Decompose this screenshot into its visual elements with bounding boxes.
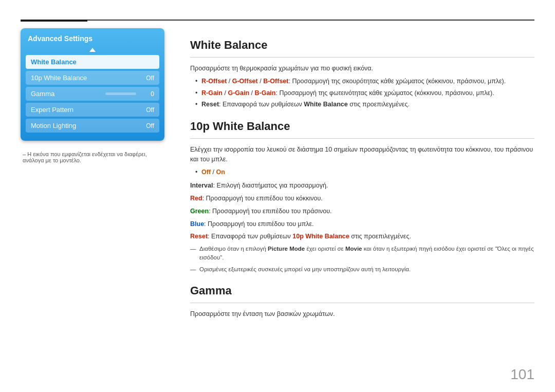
10p-wb-ref: 10p White Balance xyxy=(292,233,349,240)
bullet-item: Reset: Επαναφορά των ρυθμίσεων White Bal… xyxy=(195,100,534,109)
bullet-text-end: στις προεπιλεγμένες. xyxy=(348,101,410,108)
red-label: Red xyxy=(190,195,202,202)
b-gain-label: B-Gain xyxy=(255,89,276,97)
separator: / xyxy=(211,169,216,176)
advanced-settings-title: Advanced Settings xyxy=(26,34,159,43)
gamma-bar xyxy=(105,92,136,95)
reset-detail: Reset: Επαναφορά των ρυθμίσεων 10p White… xyxy=(190,232,534,241)
menu-item-value: Off xyxy=(146,122,154,129)
top-border xyxy=(21,20,534,21)
off-on-bullet: Off / On xyxy=(195,167,534,177)
bullet-text: : Προσαρμογή της φωτεινότητας κάθε χρώμα… xyxy=(275,89,494,97)
on-label: On xyxy=(216,169,225,176)
section-divider xyxy=(190,303,534,303)
menu-item-value: 0 xyxy=(151,90,154,98)
left-panel: Advanced Settings White Balance 10p Whit… xyxy=(21,28,164,163)
advanced-settings-box: Advanced Settings White Balance 10p Whit… xyxy=(21,28,164,141)
white-balance-bullets: R-Offset / G-Offset / B-Offset: Προσαρμο… xyxy=(195,77,534,109)
menu-item-10p-white-balance[interactable]: 10p White Balance Off xyxy=(26,71,159,85)
interval-label: Interval xyxy=(190,182,213,189)
bullet-text: : Επαναφορά των ρυθμίσεων xyxy=(219,101,304,108)
10p-white-balance-section: 10p White Balance Ελέγχει την ισορροπία … xyxy=(190,120,534,274)
movie-ref: Movie xyxy=(345,246,362,252)
gamma-section: Gamma Προσαρμόστε την ένταση των βασικών… xyxy=(190,284,534,319)
bullet-item: R-Offset / G-Offset / B-Offset: Προσαρμο… xyxy=(195,77,534,86)
menu-item-value: Off xyxy=(146,106,154,114)
white-balance-ref: White Balance xyxy=(304,101,347,108)
bullet-item: R-Gain / G-Gain / B-Gain: Προσαρμογή της… xyxy=(195,88,534,98)
section-divider xyxy=(190,138,534,139)
r-offset-label: R-Offset xyxy=(201,78,227,85)
g-gain-label: G-Gain xyxy=(228,89,249,97)
g-offset-label: G-Offset xyxy=(232,78,258,85)
10p-white-balance-title: 10p White Balance xyxy=(190,120,534,133)
green-label: Green xyxy=(190,208,209,215)
gamma-title: Gamma xyxy=(190,284,534,297)
blue-label: Blue xyxy=(190,220,204,228)
menu-item-label: Gamma xyxy=(31,90,91,98)
menu-item-expert-pattern[interactable]: Expert Pattern Off xyxy=(26,103,159,117)
green-detail: Green: Προσαρμογή του επιπέδου του πράσι… xyxy=(190,207,534,216)
white-balance-intro: Προσαρμόστε τη θερμοκρασία χρωμάτων για … xyxy=(190,64,534,73)
bullet-item: Off / On xyxy=(195,167,534,177)
interval-detail: Interval: Επιλογή διαστήματος για προσαρ… xyxy=(190,181,534,191)
off-label: Off xyxy=(201,169,211,176)
picture-mode-ref: Picture Mode xyxy=(268,246,305,252)
menu-item-gamma[interactable]: Gamma 0 xyxy=(26,87,159,101)
reset-label: Reset xyxy=(201,101,219,108)
note-1: Διαθέσιμο όταν η επιλογή Picture Mode έχ… xyxy=(190,245,534,263)
menu-item-value: Off xyxy=(146,74,154,82)
menu-item-label: White Balance xyxy=(31,58,154,66)
note-2: Ορισμένες εξωτερικές συσκευές μπορεί να … xyxy=(190,265,534,274)
panel-note: Η εικόνα που εμφανίζεται ενδέχεται να δι… xyxy=(21,151,164,163)
page-number: 101 xyxy=(510,366,534,383)
section-divider xyxy=(190,57,534,58)
red-detail: Red: Προσαρμογή του επιπέδου του κόκκινο… xyxy=(190,194,534,203)
menu-item-motion-lighting[interactable]: Motion Lighting Off xyxy=(26,119,159,133)
top-border-accent xyxy=(21,20,87,22)
gamma-intro: Προσαρμόστε την ένταση των βασικών χρωμά… xyxy=(190,309,534,319)
triangle-up-icon xyxy=(89,48,96,52)
reset-label2: Reset xyxy=(190,233,208,240)
10p-wb-intro: Ελέγχει την ισορροπία του λευκού σε διάσ… xyxy=(190,145,534,164)
white-balance-title: White Balance xyxy=(190,39,534,52)
menu-item-white-balance[interactable]: White Balance xyxy=(26,55,159,69)
menu-item-label: Expert Pattern xyxy=(31,106,146,114)
b-offset-label: B-Offset xyxy=(263,78,288,85)
r-gain-label: R-Gain xyxy=(201,89,223,97)
right-content: White Balance Προσαρμόστε τη θερμοκρασία… xyxy=(190,28,534,326)
bullet-text: : Προσαρμογή της σκουρότητας κάθε χρώματ… xyxy=(288,78,506,85)
blue-detail: Blue: Προσαρμογή του επιπέδου του μπλε. xyxy=(190,219,534,229)
menu-item-label: 10p White Balance xyxy=(31,74,146,82)
gamma-slider-container xyxy=(91,92,151,95)
menu-item-label: Motion Lighting xyxy=(31,122,146,129)
white-balance-section: White Balance Προσαρμόστε τη θερμοκρασία… xyxy=(190,39,534,109)
